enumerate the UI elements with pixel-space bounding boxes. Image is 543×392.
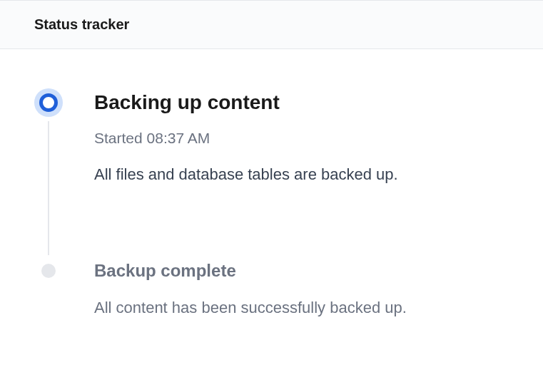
step-title: Backup complete — [94, 259, 509, 282]
step-description: All content has been successfully backed… — [94, 297, 509, 319]
timeline-connector — [48, 121, 49, 255]
step-indicator-column — [34, 88, 63, 259]
status-timeline: Backing up content Started 08:37 AM All … — [0, 49, 543, 319]
step-indicator-column — [34, 259, 63, 278]
progress-ring-inner — [39, 93, 58, 112]
step-description: All files and database tables are backed… — [94, 164, 509, 186]
step-title: Backing up content — [94, 90, 509, 115]
timeline-step-pending: Backup complete All content has been suc… — [34, 259, 509, 319]
progress-ring-icon — [34, 88, 63, 117]
timeline-step-active: Backing up content Started 08:37 AM All … — [34, 88, 509, 259]
step-content: Backing up content Started 08:37 AM All … — [63, 88, 509, 186]
page-title: Status tracker — [34, 16, 509, 33]
step-content: Backup complete All content has been suc… — [63, 259, 509, 319]
step-subtitle: Started 08:37 AM — [94, 130, 509, 147]
pending-dot-icon — [41, 264, 56, 278]
status-tracker-header: Status tracker — [0, 0, 543, 49]
